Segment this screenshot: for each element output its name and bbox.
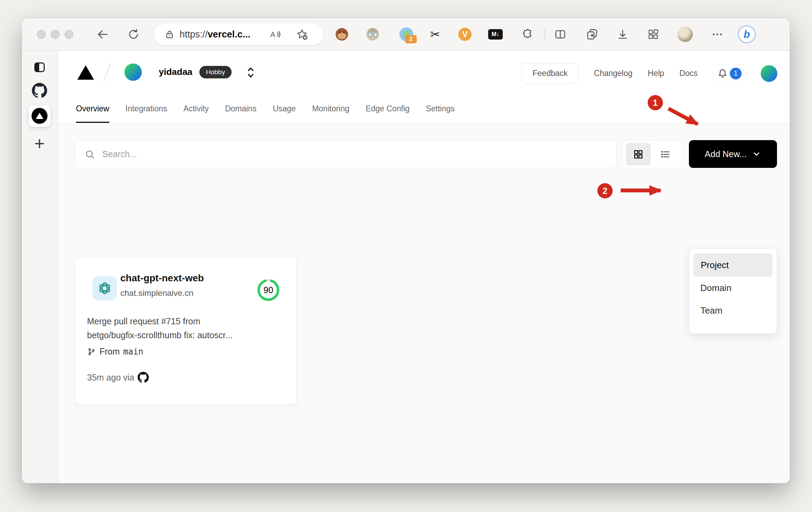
github-sidebar-icon[interactable] bbox=[22, 83, 57, 98]
tab-domains[interactable]: Domains bbox=[225, 104, 257, 123]
project-card[interactable]: chat-gpt-next-web chat.simplenaive.cn 90… bbox=[75, 257, 297, 405]
user-avatar[interactable] bbox=[761, 65, 777, 82]
team-name[interactable]: yidadaa bbox=[159, 67, 192, 77]
favorite-star-icon[interactable] bbox=[296, 28, 308, 41]
sidebar-add-icon[interactable]: + bbox=[22, 133, 57, 154]
browser-window: https://vercel.c... A bbox=[22, 18, 790, 483]
notification-count-badge: 1 bbox=[730, 68, 742, 79]
tab-settings[interactable]: Settings bbox=[426, 104, 455, 123]
nav-tabs: Overview Integrations Activity Domains U… bbox=[76, 104, 455, 123]
branch-name: main bbox=[123, 347, 143, 357]
sidebar-panel-toggle-icon[interactable] bbox=[22, 60, 57, 74]
search-icon bbox=[84, 149, 95, 160]
list-view-icon bbox=[660, 149, 671, 160]
dropdown-item-domain[interactable]: Domain bbox=[693, 277, 772, 299]
url-text: https://vercel.c... bbox=[180, 29, 250, 40]
page-content: yidadaa Hobby Feedback Changelog Help Do… bbox=[58, 51, 790, 483]
vercel-triangle-logo[interactable] bbox=[77, 65, 94, 80]
extensions-puzzle-icon[interactable] bbox=[520, 18, 534, 50]
grid-view-button[interactable] bbox=[626, 143, 651, 165]
bell-icon bbox=[717, 68, 728, 79]
lock-icon[interactable] bbox=[164, 29, 175, 40]
docs-link[interactable]: Docs bbox=[680, 69, 698, 78]
apps-grid-icon[interactable] bbox=[646, 18, 660, 50]
dropdown-item-project[interactable]: Project bbox=[693, 254, 772, 277]
more-menu-icon[interactable] bbox=[710, 18, 725, 50]
download-icon[interactable] bbox=[615, 18, 630, 50]
toolbar-divider bbox=[545, 28, 545, 41]
profile-avatar[interactable] bbox=[677, 18, 693, 50]
feedback-button[interactable]: Feedback bbox=[521, 63, 579, 84]
extension-markdown-icon[interactable]: M↓ bbox=[488, 18, 503, 50]
projects-section: Add New... Project Domain Team bbox=[58, 123, 790, 483]
read-aloud-icon[interactable]: A bbox=[269, 28, 281, 40]
list-view-button[interactable] bbox=[653, 143, 678, 165]
notifications-button[interactable]: 1 bbox=[713, 65, 745, 83]
extension-v-icon[interactable]: V bbox=[458, 18, 472, 50]
search-input[interactable] bbox=[102, 149, 616, 160]
traffic-light-minimize[interactable] bbox=[51, 30, 60, 39]
vercel-sidebar-item[interactable] bbox=[28, 105, 51, 127]
tab-usage[interactable]: Usage bbox=[273, 104, 296, 123]
sidebar-divider bbox=[27, 130, 52, 130]
deployment-time-row: 35m ago via bbox=[87, 372, 149, 383]
bing-chat-icon[interactable]: b bbox=[737, 18, 757, 50]
extension-monkey-icon[interactable] bbox=[336, 18, 348, 50]
plan-badge: Hobby bbox=[199, 66, 232, 78]
tab-edge-config[interactable]: Edge Config bbox=[366, 104, 410, 123]
svg-text:A: A bbox=[270, 31, 276, 39]
traffic-light-close[interactable] bbox=[37, 30, 46, 39]
annotation-step-2-badge: 2 bbox=[597, 183, 613, 198]
git-branch-icon bbox=[87, 347, 96, 356]
extension-avatar-icon[interactable] bbox=[366, 18, 379, 50]
branch-row: From main bbox=[87, 347, 143, 357]
address-bar[interactable]: https://vercel.c... A bbox=[154, 24, 323, 45]
changelog-link[interactable]: Changelog bbox=[594, 69, 632, 78]
tab-integrations[interactable]: Integrations bbox=[126, 104, 167, 123]
github-icon bbox=[138, 372, 149, 383]
help-link[interactable]: Help bbox=[648, 69, 664, 78]
score-value: 90 bbox=[256, 278, 281, 302]
refresh-icon[interactable] bbox=[126, 18, 141, 50]
extension-scissors-icon[interactable]: ✂ bbox=[428, 18, 442, 50]
browser-toolbar: https://vercel.c... A bbox=[22, 18, 790, 51]
commit-message: Merge pull request #715 from betgo/bugfi… bbox=[87, 314, 281, 342]
tab-monitoring[interactable]: Monitoring bbox=[312, 104, 349, 123]
team-avatar[interactable] bbox=[124, 63, 142, 81]
vercel-header: yidadaa Hobby Feedback Changelog Help Do… bbox=[58, 51, 790, 123]
traffic-light-zoom[interactable] bbox=[64, 30, 74, 39]
edge-sidebar: + bbox=[22, 51, 58, 483]
extension-badge-count: 2 bbox=[405, 35, 417, 43]
collections-add-icon[interactable] bbox=[585, 18, 599, 50]
tab-activity[interactable]: Activity bbox=[183, 104, 209, 123]
project-openai-icon bbox=[93, 276, 117, 300]
annotation-step-1-badge: 1 bbox=[648, 95, 663, 110]
view-toggle bbox=[622, 140, 681, 168]
back-icon[interactable] bbox=[95, 18, 110, 50]
split-screen-icon[interactable] bbox=[553, 18, 568, 50]
add-new-dropdown: Project Domain Team bbox=[689, 249, 777, 334]
tab-overview[interactable]: Overview bbox=[76, 104, 109, 123]
dropdown-item-team[interactable]: Team bbox=[693, 299, 772, 322]
search-bar[interactable] bbox=[75, 140, 617, 168]
extension-circles-icon[interactable]: 2 bbox=[399, 18, 413, 50]
grid-view-icon bbox=[633, 149, 644, 160]
project-domain[interactable]: chat.simplenaive.cn bbox=[120, 288, 193, 298]
vercel-logo-icon bbox=[32, 108, 47, 124]
team-switcher-icon[interactable] bbox=[245, 65, 257, 82]
add-new-button[interactable]: Add New... bbox=[689, 140, 777, 168]
project-name[interactable]: chat-gpt-next-web bbox=[120, 273, 204, 284]
chevron-down-icon bbox=[752, 150, 761, 159]
score-ring[interactable]: 90 bbox=[256, 278, 281, 302]
breadcrumb-slash bbox=[103, 63, 111, 82]
